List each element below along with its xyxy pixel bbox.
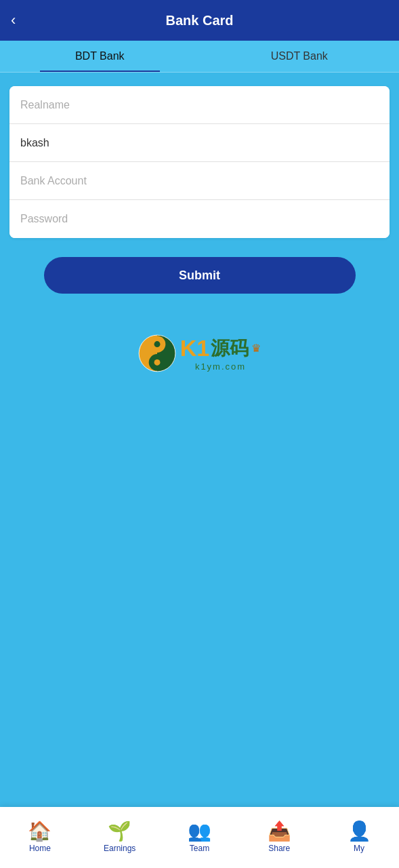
nav-team[interactable]: 👥 Team — [160, 822, 240, 853]
nav-team-label: Team — [190, 844, 209, 853]
my-icon: 👤 — [348, 822, 371, 841]
realname-input[interactable] — [9, 86, 390, 124]
logo-text: K1 源码 ♛ k1ym.com — [180, 335, 261, 372]
tab-bar: BDT Bank USDT Bank — [0, 41, 399, 73]
nav-share[interactable]: 📤 Share — [239, 822, 319, 853]
bottom-nav: 🏠 Home 🌱 Earnings 👥 Team 📤 Share 👤 My — [0, 807, 399, 868]
team-icon: 👥 — [188, 822, 211, 841]
nav-share-label: Share — [268, 844, 290, 853]
nav-home[interactable]: 🏠 Home — [0, 822, 80, 853]
header: ‹ Bank Card — [0, 0, 399, 41]
password-input[interactable] — [9, 200, 390, 238]
tab-bdt-bank[interactable]: BDT Bank — [0, 41, 200, 72]
bank-account-input[interactable] — [9, 162, 390, 200]
logo-area: K1 源码 ♛ k1ym.com — [0, 334, 399, 372]
home-icon: 🏠 — [28, 822, 51, 841]
page-title: Bank Card — [165, 13, 233, 28]
svg-point-6 — [154, 341, 160, 347]
submit-button[interactable]: Submit — [44, 257, 356, 294]
form-area — [0, 73, 399, 238]
share-icon: 📤 — [268, 822, 291, 841]
tab-usdt-bank[interactable]: USDT Bank — [200, 41, 400, 72]
nav-my[interactable]: 👤 My — [319, 822, 399, 853]
bank-code-input[interactable] — [9, 124, 390, 162]
logo-icon — [138, 334, 176, 372]
nav-earnings-label: Earnings — [104, 844, 135, 853]
nav-earnings[interactable]: 🌱 Earnings — [80, 822, 160, 853]
nav-my-label: My — [354, 844, 364, 853]
nav-home-label: Home — [29, 844, 51, 853]
back-button[interactable]: ‹ — [11, 12, 16, 29]
input-wrapper — [9, 86, 390, 238]
earnings-icon: 🌱 — [108, 822, 131, 841]
svg-point-7 — [154, 359, 160, 366]
logo-subtitle: k1ym.com — [180, 361, 261, 372]
